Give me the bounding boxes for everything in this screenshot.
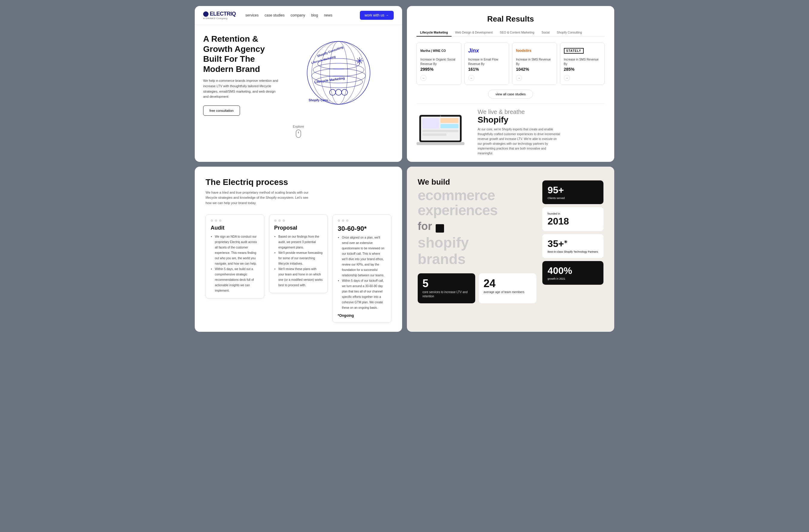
globe-svg: Lifecycle Marketing Lifecycle Marketing …	[299, 34, 378, 112]
foodstirs-arrow[interactable]: →	[516, 75, 522, 81]
svg-text:Shopify Cons...: Shopify Cons...	[309, 99, 330, 102]
svg-rect-22	[441, 118, 459, 123]
process-cards: Audit We sign an NDA to conduct our prop…	[206, 214, 391, 323]
svg-point-14	[342, 89, 348, 95]
stat-2018-number: 2018	[548, 216, 598, 227]
martha-logo: Martha | WINE CO	[420, 47, 458, 55]
hero-nav: ELECTRIQ A DRINKS Company services case …	[195, 6, 402, 25]
svg-text:Lifecycle Marketing: Lifecycle Marketing	[311, 55, 335, 65]
bottom-stats: 5 core services to increase LTV and rete…	[418, 273, 536, 303]
view-all-cases-button[interactable]: view all case studies	[488, 90, 533, 99]
hero-title: A Retention & Growth Agency Built For Th…	[203, 34, 283, 74]
card-dot-5	[278, 219, 281, 222]
build-left: We build ecommerce experiences for shopi…	[418, 177, 536, 304]
build-title: We build	[418, 177, 536, 187]
process-title: The Electriq process	[206, 177, 391, 187]
svg-rect-25	[423, 133, 446, 136]
card-dot-8	[342, 219, 344, 222]
case-card-foodstirs: foodstirs Increase in SMS Revenue By 104…	[512, 42, 557, 85]
nav-company[interactable]: company	[291, 13, 305, 17]
build-main-layout: We build ecommerce experiences for shopi…	[418, 177, 603, 304]
stately-logo: STATELY	[564, 47, 601, 55]
card-dot-3	[219, 219, 221, 222]
stat-5-card: 5 core services to increase LTV and rete…	[418, 273, 475, 303]
jinx-logo: Jinx	[468, 47, 505, 55]
card-dot-9	[346, 219, 348, 222]
stat-35-label: Best-in-class Shopify Technology Partner…	[548, 250, 598, 254]
martha-arrow[interactable]: →	[420, 75, 426, 81]
stat-24-number: 24	[484, 278, 532, 289]
proposal-card-header	[274, 219, 323, 222]
hero-text: A Retention & Growth Agency Built For Th…	[203, 34, 283, 116]
shopify-title: Shopify	[478, 115, 562, 125]
build-right-stats: 95+ Clients served founded in 2018 35+✳ …	[542, 177, 603, 304]
hero-content: A Retention & Growth Agency Built For Th…	[195, 25, 402, 122]
logo-tagline: A DRINKS Company	[203, 17, 236, 20]
work-with-us-button[interactable]: work with us →	[360, 11, 394, 20]
svg-rect-23	[441, 124, 459, 128]
proposal-title: Proposal	[274, 225, 323, 231]
audit-bullets: We sign an NDA to conduct our proprietar…	[211, 234, 259, 293]
nav-services[interactable]: services	[245, 13, 259, 17]
card-dot-4	[274, 219, 277, 222]
stat-5-label: core services to increase LTV and retent…	[423, 290, 470, 298]
shopify-description: At our core, we're Shopify experts that …	[478, 127, 562, 156]
tab-web-design[interactable]: Web Design & Development	[451, 29, 496, 36]
nav-links: services case studies company blog news	[245, 13, 332, 17]
process-subtitle: We have a tried and true proprietary met…	[206, 190, 313, 206]
case-card-jinx: Jinx Increase in Email Flow Revenue By 1…	[464, 42, 510, 85]
card-dot-6	[282, 219, 285, 222]
tab-shopify-consulting[interactable]: Shopify Consulting	[553, 29, 585, 36]
asterisk-35-icon: ✳	[564, 239, 568, 244]
proposal-card: Proposal Based on our findings from the …	[269, 214, 328, 293]
thirty-bullets: Once aligned on a plan, we'll send over …	[338, 235, 386, 310]
tab-lifecycle-marketing[interactable]: Lifecycle Marketing	[416, 29, 451, 37]
jinx-metric: Increase in Email Flow Revenue By 161%	[468, 57, 505, 72]
thirty-card-header	[338, 219, 386, 222]
ongoing-label: *Ongoing	[338, 313, 386, 318]
stat-95-card: 95+ Clients served	[542, 181, 603, 204]
build-panel: We build ecommerce experiences for shopi…	[407, 167, 614, 332]
build-for-row: for	[418, 220, 536, 233]
laptop-svg	[416, 114, 470, 150]
nav-blog[interactable]: blog	[311, 13, 318, 17]
nav-case-studies[interactable]: case studies	[264, 13, 285, 17]
card-dot-7	[338, 219, 340, 222]
stately-arrow[interactable]: →	[564, 75, 570, 81]
build-word-experiences: experiences	[418, 203, 536, 218]
process-panel: The Electriq process We have a tried and…	[195, 167, 402, 332]
hero-globe: Lifecycle Marketing Lifecycle Marketing …	[283, 34, 394, 112]
shopify-text: We live & breathe Shopify At our core, w…	[478, 108, 562, 156]
stat-5-number: 5	[423, 278, 470, 289]
live-breathe-text: We live & breathe	[478, 108, 562, 115]
explore-label: Explore	[293, 125, 304, 128]
martha-metric: Increase in Organic Social Revenue By 29…	[420, 57, 458, 72]
audit-title: Audit	[211, 225, 259, 231]
tab-seo[interactable]: SEO & Content Marketing	[496, 29, 538, 36]
stat-24-card: 24 average age of team members	[479, 273, 536, 303]
jinx-arrow[interactable]: →	[468, 75, 474, 81]
logo-circle-icon	[203, 12, 209, 17]
card-dot-1	[211, 219, 213, 222]
svg-point-27	[440, 115, 441, 117]
hero-panel: ELECTRIQ A DRINKS Company services case …	[195, 6, 402, 162]
foodstirs-logo: foodstirs	[516, 47, 553, 55]
stat-95-number: 95+	[548, 185, 598, 196]
free-consultation-button[interactable]: free consultation	[203, 105, 240, 116]
build-black-square-icon	[436, 224, 444, 233]
stat-400-card: 400% growth in 2021	[542, 261, 603, 285]
case-cards: Martha | WINE CO Increase in Organic Soc…	[416, 42, 605, 85]
shopify-section: We live & breathe Shopify At our core, w…	[416, 103, 605, 156]
svg-point-0	[307, 41, 370, 104]
proposal-bullets: Based on our findings from the audit, we…	[274, 234, 323, 288]
stat-400-number: 400%	[548, 265, 598, 276]
stat-400-label: growth in 2021	[548, 277, 598, 281]
tab-social[interactable]: Social	[538, 29, 553, 36]
scroll-mouse-icon	[296, 130, 301, 138]
stat-35-card: 35+✳ Best-in-class Shopify Technology Pa…	[542, 234, 603, 258]
audit-card: Audit We sign an NDA to conduct our prop…	[206, 214, 264, 298]
results-tabs: Lifecycle Marketing Web Design & Develop…	[416, 29, 605, 37]
stat-95-label: Clients served	[548, 196, 598, 200]
nav-news[interactable]: news	[324, 13, 332, 17]
svg-point-6	[321, 41, 357, 104]
